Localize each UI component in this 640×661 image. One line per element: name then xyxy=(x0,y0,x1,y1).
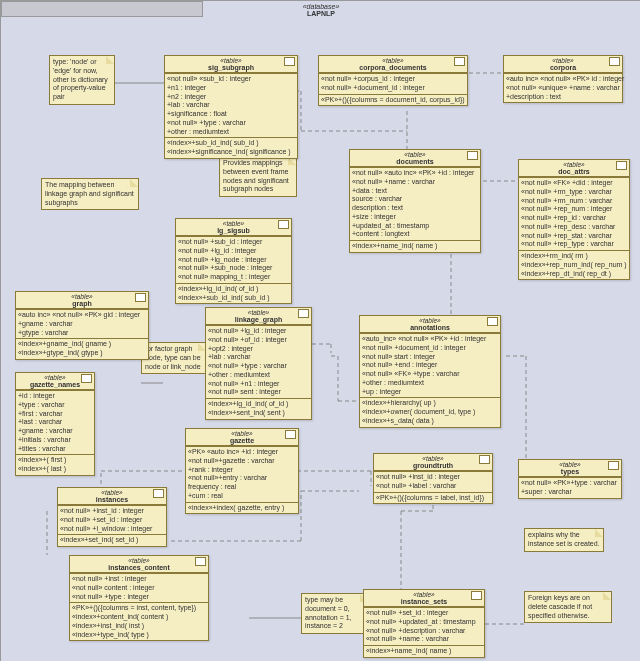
note-mapping: The mapping between linkage graph and si… xyxy=(41,178,139,210)
table-types[interactable]: «table»types «not null» «PK»+type : varc… xyxy=(518,459,622,499)
table-icon xyxy=(285,430,296,439)
table-corpora-documents[interactable]: «table»corpora_documents «not null» +cor… xyxy=(318,55,468,106)
table-gazette-names[interactable]: «table»gazette_names +id : integer+type … xyxy=(15,372,95,476)
database-title: «database» LAPNLP xyxy=(1,3,640,17)
table-annotations[interactable]: «table»annotations «auto_inc» «not null»… xyxy=(359,315,501,428)
er-diagram-canvas: «database» LAPNLP type: 'node' xyxy=(0,0,640,661)
db-name: LAPNLP xyxy=(307,10,335,17)
table-instances[interactable]: «table»instances «not null» +inst_id : i… xyxy=(57,487,167,547)
table-icon xyxy=(467,151,478,160)
note-node-edge: type: 'node' or 'edge' for now, other is… xyxy=(49,55,115,105)
note-type-maybe: type may be document = 0, annotation = 1… xyxy=(301,593,369,634)
table-corpora[interactable]: «table»corpora «auto inc» «not null» «PK… xyxy=(503,55,623,103)
table-graph[interactable]: «table»graph «auto inc» «not null» «PK» … xyxy=(15,291,149,360)
note-explains: explains why the instance set is created… xyxy=(524,528,604,552)
table-gazette[interactable]: «table»gazette «PK» «auto inc» +id : int… xyxy=(185,428,299,514)
note-provides-mappings: Provides mappings between event frame no… xyxy=(219,156,297,197)
table-icon xyxy=(616,161,627,170)
table-groundtruth[interactable]: «table»groundtruth «not null» +inst_id :… xyxy=(373,453,493,504)
table-linkage-graph[interactable]: «table»linkage_graph «not null» +lg_id :… xyxy=(205,307,312,420)
table-icon xyxy=(487,317,498,326)
table-icon xyxy=(81,374,92,383)
table-lg-sigsub[interactable]: «table»lg_sigsub «not null» +sub_id : in… xyxy=(175,218,292,304)
note-foreign-keys: Foreign keys are on delete cascade if no… xyxy=(524,591,612,623)
table-icon xyxy=(135,293,146,302)
table-documents[interactable]: «table»documents «not null» «auto inc» «… xyxy=(349,149,481,253)
table-doc-attrs[interactable]: «table»doc_attrs «not null» «FK» +did : … xyxy=(518,159,630,280)
table-icon xyxy=(278,220,289,229)
table-icon xyxy=(195,557,206,566)
table-instance-sets[interactable]: «table»instance_sets «not null» +set_id … xyxy=(363,589,485,658)
table-icon xyxy=(454,57,465,66)
table-icon xyxy=(479,455,490,464)
table-sig-subgraph[interactable]: «table»sig_subgraph «not null» «sub_id :… xyxy=(164,55,298,159)
db-stereotype: «database» xyxy=(303,3,340,10)
note-factor-graph: for factor graph node, type can be node … xyxy=(141,342,207,374)
table-icon xyxy=(298,309,309,318)
table-icon xyxy=(471,591,482,600)
table-icon xyxy=(284,57,295,66)
table-icon xyxy=(608,461,619,470)
table-icon xyxy=(153,489,164,498)
table-instances-content[interactable]: «table»instances_content «not null» +ins… xyxy=(69,555,209,641)
table-icon xyxy=(609,57,620,66)
